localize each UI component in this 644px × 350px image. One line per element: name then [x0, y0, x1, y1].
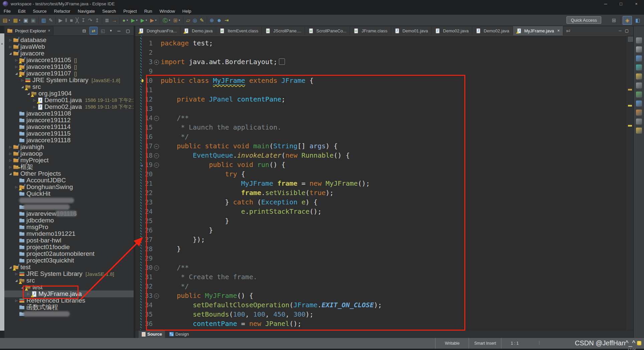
tree-item-javahigh[interactable]: ▷Jjavahigh: [4, 144, 134, 150]
tree-item-jdbcdemo[interactable]: jdbcdemo: [4, 217, 134, 224]
fold-toggle-icon[interactable]: −: [154, 294, 159, 299]
tree-item-javaoop[interactable]: ▷Jjavaoop: [4, 150, 134, 157]
console-button[interactable]: ▥: [40, 16, 47, 24]
tree-item[interactable]: [4, 204, 134, 210]
tree-item-project01foodie[interactable]: project01foodie: [4, 244, 134, 250]
tree-item-test[interactable]: ◢Jtest: [4, 264, 134, 271]
tree-item-javacore191107[interactable]: ◢Jjavacore191107[]: [4, 70, 134, 77]
tree-item-src[interactable]: ◢src: [4, 83, 134, 90]
tree-item-javacore191115[interactable]: javacore191115: [4, 130, 134, 137]
new-java-class-button[interactable]: Ⓒ▼: [162, 16, 172, 24]
collapsed-imports-icon[interactable]: [279, 58, 285, 65]
expand-arrow-icon[interactable]: ◢: [8, 266, 13, 269]
expand-arrow-icon[interactable]: ▷: [8, 159, 13, 162]
fold-toggle-icon[interactable]: +: [154, 60, 159, 65]
ruler-header-icon[interactable]: [628, 37, 633, 42]
tree-item-project02automobilerent[interactable]: project02automobilerent: [4, 250, 134, 257]
fold-toggle-icon[interactable]: −: [154, 153, 159, 158]
tree-item-javacore191112[interactable]: javacore191112: [4, 117, 134, 124]
search-button[interactable]: ◎: [192, 16, 198, 24]
minimize-button[interactable]: ─: [619, 28, 622, 33]
menu-item-source[interactable]: Source: [29, 7, 50, 15]
tree-item-database[interactable]: ▷Jdatabase: [4, 37, 134, 43]
tree-item--[interactable]: ▷*框架: [4, 164, 134, 170]
profile-button[interactable]: ▶▼: [149, 16, 158, 24]
java-perspective-button[interactable]: ◈: [623, 16, 632, 25]
tree-item-msgpro[interactable]: msgPro: [4, 224, 134, 230]
menu-item-navigate[interactable]: Navigate: [74, 7, 99, 15]
tree-item-donghuanswing[interactable]: ▷JDonghuanSwing: [4, 184, 134, 190]
maximize-button[interactable]: ▢: [625, 28, 629, 33]
dropdown-caret-icon[interactable]: ▼: [126, 19, 129, 21]
quick-access-button[interactable]: Quick Access: [567, 16, 601, 24]
suspend-button[interactable]: ‖: [64, 16, 68, 24]
editor-tab-demo02-java[interactable]: JDemo02.java: [472, 26, 513, 35]
dropdown-caret-icon[interactable]: ▼: [155, 19, 157, 21]
expand-arrow-icon[interactable]: ▷: [32, 105, 37, 109]
minimized-view-icon[interactable]: [636, 37, 642, 43]
project-explorer-tab[interactable]: Project Explorer ×: [4, 26, 53, 35]
expand-arrow-icon[interactable]: ▷: [14, 65, 19, 68]
menu-item-file[interactable]: File: [0, 7, 14, 15]
run-button[interactable]: ▶▼: [130, 16, 139, 24]
tree-item-javacore191108[interactable]: javacore191108: [4, 110, 134, 117]
expand-arrow-icon[interactable]: ▷: [8, 152, 13, 155]
tree-item-myjframe-java[interactable]: ▷JMyJFrame.java: [4, 291, 134, 297]
expand-arrow-icon[interactable]: ◢: [8, 172, 13, 175]
tree-item-src[interactable]: ◢src: [4, 277, 134, 284]
tree-item-other-projects[interactable]: ◢Other Projects: [4, 170, 134, 177]
javaee-perspective-button[interactable]: ◧: [633, 16, 642, 24]
minimized-view-icon[interactable]: [636, 119, 642, 125]
link-with-editor-button[interactable]: ⇄: [90, 27, 98, 35]
expand-arrow-icon[interactable]: ▷: [14, 58, 19, 62]
dropdown-caret-icon[interactable]: ▼: [178, 19, 181, 21]
step-return-button[interactable]: ↥: [94, 16, 100, 24]
menu-item-edit[interactable]: Edit: [14, 7, 29, 15]
close-icon[interactable]: ×: [48, 28, 50, 33]
tree-item[interactable]: [4, 197, 134, 204]
tree-item-accountjdbc[interactable]: AccountJDBC: [4, 177, 134, 184]
minimized-view-icon[interactable]: [636, 64, 642, 70]
fold-toggle-icon[interactable]: −: [154, 266, 159, 271]
minimize-button[interactable]: ─: [115, 27, 123, 34]
expand-arrow-icon[interactable]: ▷: [14, 272, 19, 276]
tree-item-test[interactable]: ◢test: [4, 284, 134, 291]
maximize-button[interactable]: ▢: [124, 27, 132, 34]
tree-item-referenced-libraries[interactable]: ▷Referenced Libraries: [4, 297, 134, 304]
minimized-view-icon[interactable]: [636, 46, 642, 52]
expand-arrow-icon[interactable]: ◢: [14, 279, 19, 282]
tree-item-javacore191105[interactable]: ▷Jjavacore191105[]: [4, 57, 134, 63]
tree-item-jre-system-library[interactable]: ▷JRE System Library[JavaSE-1.8]: [4, 271, 134, 277]
minimized-view-icon[interactable]: [636, 92, 642, 98]
minimized-view-icon[interactable]: [636, 82, 642, 89]
debug-button[interactable]: ●▼: [122, 16, 130, 24]
close-icon[interactable]: ×: [557, 28, 559, 33]
tree-item-post-bar-hwl[interactable]: post-bar-hwl: [4, 237, 134, 244]
overview-ruler[interactable]: [627, 35, 633, 330]
tree-item-javacore191114[interactable]: javacore191114: [4, 124, 134, 130]
new-java-project-button[interactable]: ▦▼: [12, 16, 22, 24]
dropdown-caret-icon[interactable]: ▼: [18, 19, 21, 21]
tree-item--[interactable]: 函数式编程: [4, 304, 134, 311]
dropdown-caret-icon[interactable]: ▼: [136, 19, 138, 21]
tree-item-demo01-java[interactable]: ▷JDemo01.java1586 19-11-18 下午2:13 studen…: [4, 97, 134, 104]
new-package-button[interactable]: ⊞▼: [172, 16, 182, 24]
mark-occurrences-button[interactable]: ≣: [104, 16, 110, 24]
editor-tab-demo02-java[interactable]: JDemo02.java: [432, 26, 472, 35]
dropdown-caret-icon[interactable]: ▼: [145, 19, 148, 21]
external-scrollbar[interactable]: ▲: [0, 33, 4, 331]
expand-arrow-icon[interactable]: ◢: [20, 85, 25, 89]
maximize-button[interactable]: □: [613, 0, 629, 7]
ruler-annotation-mark[interactable]: [628, 125, 632, 127]
expand-arrow-icon[interactable]: ◢: [14, 72, 19, 75]
minimized-view-icon[interactable]: [636, 101, 642, 107]
editor-tab-demo01-java[interactable]: JDemo01.java: [391, 26, 432, 35]
expand-arrow-icon[interactable]: ◢: [20, 286, 25, 289]
dropdown-caret-icon[interactable]: ▼: [8, 19, 10, 21]
menu-item-run[interactable]: Run: [141, 7, 156, 15]
minimize-button[interactable]: ─: [598, 0, 613, 7]
run-history-button[interactable]: ▶▼: [140, 16, 148, 24]
close-button[interactable]: ×: [629, 0, 644, 7]
save-button[interactable]: ▣: [22, 16, 29, 24]
step-over-button[interactable]: ↷: [87, 16, 94, 24]
